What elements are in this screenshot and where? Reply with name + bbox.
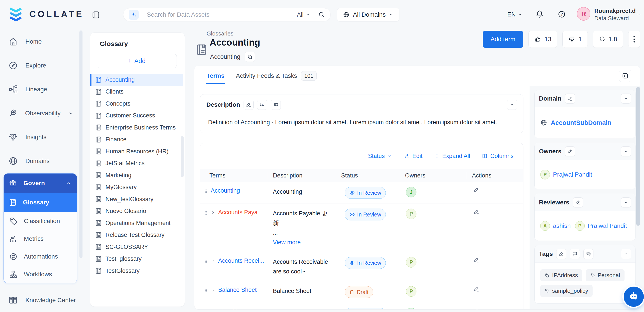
- edit-description-button[interactable]: [244, 100, 254, 110]
- glossary-item[interactable]: SC-GLOSSARY: [90, 241, 183, 253]
- glossary-item[interactable]: Operations Management: [90, 217, 183, 229]
- drag-handle-icon[interactable]: [204, 210, 208, 216]
- collapse-description-button[interactable]: [507, 100, 517, 110]
- status-badge[interactable]: Draft: [345, 286, 373, 298]
- edit-tags-button[interactable]: [556, 249, 566, 259]
- expand-all-button[interactable]: Expand All: [434, 153, 470, 160]
- term-link[interactable]: Accounts Recei...: [218, 257, 264, 264]
- sidebar-item-insights[interactable]: Insights: [0, 125, 80, 149]
- sidebar-item-glossary[interactable]: Glossary: [4, 193, 77, 212]
- sidebar-item-home[interactable]: Home: [0, 30, 80, 54]
- tab-activity-feeds[interactable]: Activity Feeds & Tasks 101: [236, 66, 317, 86]
- drag-handle-icon[interactable]: [204, 259, 208, 264]
- description-conversation-button[interactable]: [271, 100, 281, 110]
- sidebar-item-workflows[interactable]: Workflows: [4, 265, 77, 283]
- kebab-menu-button[interactable]: [628, 31, 640, 48]
- sidebar-item-metrics[interactable]: Metrics: [4, 230, 77, 248]
- edit-table-button[interactable]: Edit: [404, 153, 422, 160]
- request-tags-button[interactable]: [570, 249, 580, 259]
- term-link[interactable]: Balance Sheet: [218, 286, 257, 293]
- expand-row-icon[interactable]: [211, 258, 216, 263]
- owner-avatar[interactable]: P: [406, 257, 416, 267]
- ai-sparkle-icon[interactable]: [129, 10, 139, 20]
- glossary-item[interactable]: MyGlossary: [90, 181, 183, 194]
- language-dropdown[interactable]: EN: [507, 11, 522, 18]
- column-header-terms[interactable]: Terms: [200, 169, 268, 182]
- status-filter-dropdown[interactable]: Status: [368, 153, 392, 160]
- tag-chip[interactable]: IPAddress: [540, 269, 582, 281]
- collapse-domain-button[interactable]: [621, 94, 631, 104]
- help-icon[interactable]: ?: [558, 10, 566, 19]
- glossary-item[interactable]: Nuevo Glosario: [90, 205, 183, 217]
- glossary-item[interactable]: JetStat Metrics: [90, 158, 183, 170]
- status-badge[interactable]: In Review: [345, 257, 386, 269]
- add-term-button[interactable]: Add term: [483, 31, 524, 48]
- expand-row-icon[interactable]: [211, 210, 216, 215]
- owner-avatar[interactable]: P: [406, 286, 416, 297]
- reviewer-entry[interactable]: P Prajwal Pandit: [575, 221, 627, 231]
- edit-term-icon[interactable]: [473, 286, 480, 292]
- glossary-item[interactable]: Finance: [90, 134, 183, 146]
- glossary-item[interactable]: Human Resources (HR): [90, 145, 183, 158]
- collapse-right-panel-button[interactable]: [619, 70, 631, 82]
- version-button[interactable]: 1.8: [593, 31, 623, 48]
- owner-avatar[interactable]: J: [406, 308, 416, 309]
- collapse-tags-button[interactable]: [621, 249, 631, 259]
- sidebar-item-lineage[interactable]: Lineage: [0, 77, 80, 101]
- edit-owners-button[interactable]: [565, 146, 575, 157]
- column-header-actions[interactable]: Actions: [467, 169, 523, 182]
- all-domains-dropdown[interactable]: All Domains: [337, 8, 399, 22]
- request-description-button[interactable]: [257, 100, 267, 110]
- notifications-bell-icon[interactable]: [535, 10, 544, 19]
- edit-term-icon[interactable]: [473, 209, 480, 215]
- user-menu-chevron-icon[interactable]: [636, 12, 642, 18]
- glossary-item[interactable]: Clients: [90, 86, 183, 98]
- edit-reviewers-button[interactable]: [573, 197, 583, 208]
- glossary-list-scrollbar[interactable]: [181, 136, 184, 177]
- chat-bot-button[interactable]: [624, 286, 644, 307]
- edit-term-icon[interactable]: [473, 257, 480, 263]
- drag-handle-icon[interactable]: [204, 189, 208, 194]
- sidebar-scrollbar[interactable]: [80, 31, 82, 258]
- edit-term-icon[interactable]: [473, 308, 480, 309]
- sidebar-item-govern[interactable]: Govern: [4, 174, 77, 193]
- domain-link[interactable]: AccountSubDomain: [551, 119, 612, 126]
- search-scope-dropdown[interactable]: All: [297, 12, 310, 18]
- status-badge[interactable]: In Review: [345, 308, 386, 309]
- glossary-item[interactable]: Concepts: [90, 98, 183, 110]
- drag-handle-icon[interactable]: [204, 288, 208, 293]
- sidebar-item-observability[interactable]: Observability: [0, 101, 80, 125]
- collapse-owners-button[interactable]: [621, 146, 631, 157]
- tag-chip[interactable]: Personal: [586, 269, 624, 281]
- view-more-link[interactable]: View more: [273, 239, 301, 246]
- page-scrollbar[interactable]: [636, 87, 640, 226]
- reviewer-entry[interactable]: A ashish: [540, 221, 571, 231]
- term-link[interactable]: Accounting: [211, 187, 240, 194]
- column-header-owners[interactable]: Owners: [400, 169, 467, 182]
- term-link[interactable]: Card Holder: [211, 308, 243, 309]
- owner-avatar[interactable]: P: [406, 209, 416, 219]
- status-badge[interactable]: In Review: [345, 209, 386, 220]
- add-glossary-button[interactable]: + Add: [97, 54, 177, 68]
- sidebar-toggle-icon[interactable]: [92, 11, 100, 19]
- glossary-item[interactable]: Customer Success: [90, 110, 183, 122]
- glossary-item[interactable]: Release Test Glossary: [90, 229, 183, 241]
- breadcrumb[interactable]: Glossaries: [206, 30, 234, 37]
- column-header-description[interactable]: Description: [268, 169, 336, 182]
- glossary-item[interactable]: Enterprise Business Terms: [90, 122, 183, 134]
- collapse-reviewers-button[interactable]: [621, 197, 631, 208]
- status-badge[interactable]: In Review: [345, 187, 386, 199]
- edit-term-icon[interactable]: [473, 187, 480, 193]
- upvote-button[interactable]: 13: [528, 31, 557, 48]
- sidebar-item-explore[interactable]: Explore: [0, 54, 80, 77]
- glossary-item[interactable]: TestGlossary: [90, 265, 183, 277]
- user-avatar[interactable]: R: [577, 7, 590, 21]
- glossary-item[interactable]: Marketing: [90, 169, 183, 181]
- search-input[interactable]: Search for Data Assets: [147, 11, 293, 18]
- glossary-item[interactable]: Test_glossary: [90, 253, 183, 265]
- sidebar-item-knowledge-center[interactable]: Knowledge Center: [0, 288, 80, 312]
- column-header-status[interactable]: Status: [336, 169, 400, 182]
- collate-logo[interactable]: COLLATE: [8, 6, 84, 22]
- sidebar-item-automations[interactable]: Automations: [4, 248, 77, 265]
- tab-terms[interactable]: Terms: [206, 66, 224, 86]
